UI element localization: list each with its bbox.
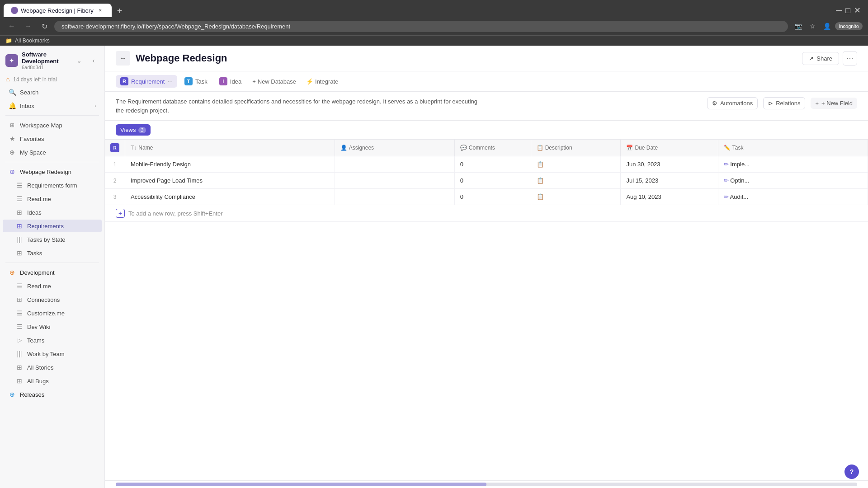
due-date-col-label: Due Date: [635, 145, 658, 151]
new-db-icon: +: [252, 78, 256, 85]
sidebar-item-dev-read-me[interactable]: ☰ Read.me: [3, 280, 102, 292]
row-due-date: Jul 15, 2023: [621, 173, 718, 189]
sidebar-item-workspace-map[interactable]: ⊞ Workspace Map: [3, 119, 102, 131]
relations-btn[interactable]: ⊳ Relations: [763, 97, 805, 109]
sidebar-item-requirements-form[interactable]: ☰ Requirements form: [3, 179, 102, 192]
sidebar-item-customize-me[interactable]: ☰ Customize.me: [3, 307, 102, 319]
more-options-btn[interactable]: ···: [843, 51, 857, 66]
sidebar-item-development[interactable]: ⊕ Development: [3, 266, 102, 279]
comments-col-label: Comments: [469, 145, 495, 151]
tab-close-btn[interactable]: ×: [96, 6, 104, 14]
views-btn[interactable]: Views 3: [116, 124, 151, 136]
tab-task[interactable]: T Task: [180, 75, 212, 88]
profile-btn[interactable]: 👤: [821, 20, 833, 33]
sidebar-item-inbox[interactable]: 🔔 Inbox ›: [3, 99, 102, 112]
new-field-btn[interactable]: + + New Field: [811, 98, 857, 109]
requirements-icon: ⊞: [15, 222, 24, 230]
webpage-redesign-icon: ⊕: [8, 168, 16, 176]
row-assignees[interactable]: [335, 156, 454, 173]
col-header-comments[interactable]: 💬 Comments: [454, 140, 531, 156]
row-assignees[interactable]: [335, 173, 454, 189]
sidebar-divider-2: [5, 162, 99, 162]
sidebar-item-dev-wiki[interactable]: ☰ Dev Wiki: [3, 320, 102, 333]
sidebar-item-releases[interactable]: ⊕ Releases: [3, 388, 102, 401]
table-row[interactable]: 3 Accessibility Compliance 0 📋 Aug 10, 2…: [105, 189, 868, 205]
col-header-name[interactable]: T↓ Name: [125, 140, 335, 156]
help-btn[interactable]: ?: [844, 465, 859, 479]
sidebar-item-ideas[interactable]: ⊞ Ideas: [3, 206, 102, 219]
workspace-map-label: Workspace Map: [20, 122, 96, 129]
close-window-btn[interactable]: ✕: [854, 5, 861, 15]
add-row-icon: +: [116, 209, 125, 218]
row-due-date: Jun 30, 2023: [621, 156, 718, 173]
sidebar-item-tasks-by-state[interactable]: ||| Tasks by State: [3, 233, 102, 246]
table-row[interactable]: 2 Improved Page Load Times 0 📋 Jul 15, 2…: [105, 173, 868, 189]
incognito-badge[interactable]: Incognito: [835, 22, 863, 30]
horizontal-scroll[interactable]: [105, 480, 868, 488]
workspace-dropdown-btn[interactable]: ⌄: [74, 55, 85, 66]
back-btn[interactable]: ←: [5, 20, 18, 33]
sidebar-item-favorites[interactable]: ★ Favorites: [3, 132, 102, 145]
tab-requirement[interactable]: R Requirement ···: [116, 75, 177, 88]
sidebar-item-requirements[interactable]: ⊞ Requirements: [3, 220, 102, 232]
restore-btn[interactable]: □: [845, 6, 850, 15]
share-btn[interactable]: ↗ Share: [802, 52, 839, 65]
reload-btn[interactable]: ↻: [38, 20, 51, 33]
collapse-sidebar-btn[interactable]: ‹: [88, 55, 99, 66]
tab-idea[interactable]: I Idea: [215, 75, 246, 88]
col-header-description[interactable]: 📋 Description: [531, 140, 621, 156]
task-tab-icon: T: [184, 77, 193, 85]
col-header-due-date[interactable]: 📅 Due Date: [621, 140, 718, 156]
new-database-btn[interactable]: + New Database: [249, 76, 300, 87]
address-bar[interactable]: [54, 21, 788, 32]
col-header-assignees[interactable]: 👤 Assignees: [335, 140, 454, 156]
bookmarks-bar: 📁 All Bookmarks: [0, 35, 868, 46]
sidebar-item-search[interactable]: 🔍 Search: [3, 86, 102, 99]
ideas-label: Ideas: [27, 209, 96, 216]
row-assignees[interactable]: [335, 189, 454, 205]
new-tab-btn[interactable]: +: [113, 5, 126, 17]
sidebar-item-teams[interactable]: ▷ Teams: [3, 334, 102, 347]
browser-chrome: Webpage Redesign | Fibery × + ─ □ ✕ ← → …: [0, 0, 868, 46]
sidebar-item-webpage-redesign[interactable]: ⊕ Webpage Redesign: [3, 165, 102, 178]
db-description: The Requirement database contains detail…: [105, 92, 868, 121]
requirement-tab-more[interactable]: ···: [167, 78, 173, 85]
camera-btn[interactable]: 📷: [792, 20, 804, 33]
new-field-icon: +: [815, 100, 819, 107]
workspace-name: Software Development: [22, 51, 70, 65]
idea-tab-label: Idea: [230, 78, 241, 85]
search-label: Search: [20, 89, 96, 96]
sidebar-item-read-me-wr[interactable]: ☰ Read.me: [3, 192, 102, 205]
tasks-by-state-icon: |||: [15, 235, 24, 244]
bookmarks-label[interactable]: All Bookmarks: [15, 38, 50, 44]
sidebar-item-all-bugs[interactable]: ⊞ All Bugs: [3, 375, 102, 387]
table-row[interactable]: 1 Mobile-Friendly Design 0 📋 Jun 30, 202…: [105, 156, 868, 173]
sidebar: ✦ Software Development 6ad8d3d1 ⌄ ‹ ⚠ 14…: [0, 46, 105, 488]
row-name[interactable]: Improved Page Load Times: [125, 173, 335, 189]
automations-icon: ⚙: [712, 100, 717, 107]
integrate-label: Integrate: [315, 78, 338, 85]
address-bar-row: ← → ↻ 📷 ☆ 👤 Incognito: [0, 17, 868, 35]
my-space-icon: ⊕: [8, 148, 16, 156]
sidebar-item-all-stories[interactable]: ⊞ All Stories: [3, 361, 102, 374]
minimize-btn[interactable]: ─: [836, 6, 842, 15]
sidebar-item-tasks[interactable]: ⊞ Tasks: [3, 247, 102, 259]
add-row-btn[interactable]: + To add a new row, press Shift+Enter: [105, 205, 868, 222]
task-col-label: Task: [732, 145, 744, 151]
forward-btn[interactable]: →: [22, 20, 34, 33]
bookmarks-folder-icon: 📁: [5, 38, 12, 44]
sidebar-item-connections[interactable]: ⊞ Connections: [3, 293, 102, 306]
table-container: R T↓ Name 👤 Assignees: [105, 140, 868, 480]
automations-btn[interactable]: ⚙ Automations: [707, 97, 758, 109]
sidebar-item-work-by-team[interactable]: ||| Work by Team: [3, 347, 102, 360]
sidebar-header: ✦ Software Development 6ad8d3d1 ⌄ ‹: [0, 46, 104, 74]
row-name[interactable]: Accessibility Compliance: [125, 189, 335, 205]
inbox-arrow: ›: [94, 103, 96, 108]
sidebar-item-my-space[interactable]: ⊕ My Space: [3, 146, 102, 159]
main-header: ↔ Webpage Redesign ↗ Share ···: [105, 46, 868, 71]
col-header-task[interactable]: ✏️ Task: [718, 140, 868, 156]
integrate-btn[interactable]: ⚡ Integrate: [302, 76, 342, 87]
row-name[interactable]: Mobile-Friendly Design: [125, 156, 335, 173]
star-btn[interactable]: ☆: [806, 20, 819, 33]
back-nav-btn[interactable]: ↔: [116, 51, 130, 66]
